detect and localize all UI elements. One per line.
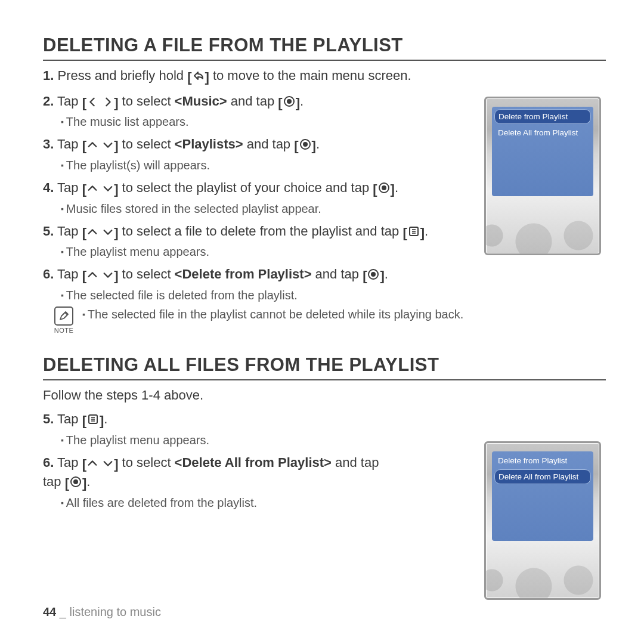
step-2: 2. Tap [ ] to select <Music> and tap [].: [43, 92, 466, 112]
step-3-sub: The playlist(s) will appears.: [61, 157, 466, 173]
section2-step-5: 5. Tap [].: [43, 410, 466, 430]
back-icon: [191, 69, 205, 86]
chapter-name: listening to music: [70, 605, 161, 618]
menu-icon: [407, 224, 420, 242]
step-3: 3. Tap [ ] to select <Playlists> and tap…: [43, 135, 466, 155]
step-5-sub: The playlist menu appears.: [61, 244, 466, 259]
note-label: NOTE: [54, 327, 74, 334]
step-5: 5. Tap [ ] to select a file to delete fr…: [43, 222, 466, 242]
device-illustration-2: Delete from Playlist Delete All from Pla…: [484, 441, 601, 600]
step-1: 1. Press and briefly hold [] to move to …: [43, 67, 466, 86]
device-menu-item: Delete from Playlist: [494, 454, 591, 467]
note-icon: [54, 306, 73, 326]
select-icon: [283, 94, 296, 112]
up-icon: [86, 456, 98, 473]
step-6: 6. Tap [ ] to select <Delete from Playli…: [43, 265, 580, 285]
page-footer: 44 _ listening to music: [43, 605, 161, 619]
section2-step-5-sub: The playlist menu appears.: [61, 432, 466, 448]
down-icon: [102, 456, 114, 473]
device-menu-item-selected: Delete from Playlist: [494, 109, 591, 124]
select-icon: [299, 137, 312, 155]
up-icon: [86, 224, 98, 242]
right-icon: [102, 94, 114, 112]
step-4-sub: Music files stored in the selected playl…: [61, 201, 466, 216]
up-icon: [86, 267, 98, 285]
up-icon: [86, 137, 98, 155]
step-2-sub: The music list appears.: [61, 114, 466, 129]
note-row: NOTE The selected file in the playlist c…: [43, 306, 580, 334]
note-text: The selected file in the playlist cannot…: [82, 308, 463, 321]
down-icon: [102, 181, 114, 199]
section2-intro: Follow the steps 1-4 above.: [43, 386, 466, 404]
step-4: 4. Tap [ ] to select the playlist of you…: [43, 179, 466, 199]
down-icon: [102, 137, 114, 155]
down-icon: [102, 224, 114, 242]
step-6-sub: The selected file is deleted from the pl…: [61, 287, 597, 303]
left-icon: [86, 94, 98, 112]
down-icon: [102, 267, 114, 285]
select-icon: [377, 181, 391, 199]
up-icon: [86, 181, 98, 199]
device-illustration-1: Delete from Playlist Delete All from Pla…: [484, 97, 601, 255]
device-menu-item-selected: Delete All from Playlist: [494, 469, 591, 484]
device-screen: Delete from Playlist Delete All from Pla…: [492, 107, 593, 196]
select-icon: [69, 475, 82, 493]
page-number: 44: [43, 605, 56, 618]
section1-title: DELETING A FILE FROM THE PLAYLIST: [43, 35, 606, 61]
menu-icon: [86, 412, 100, 430]
device-screen: Delete from Playlist Delete All from Pla…: [492, 451, 593, 541]
section2-step-6-sub: All files are deleted from the playlist.: [61, 495, 466, 510]
device-menu-item: Delete All from Playlist: [494, 126, 591, 140]
select-icon: [367, 267, 380, 285]
section2-step-6: 6. Tap [ ] to select <Delete All from Pl…: [43, 454, 466, 493]
section2-title: DELETING ALL FILES FROM THE PLAYLIST: [43, 354, 606, 380]
